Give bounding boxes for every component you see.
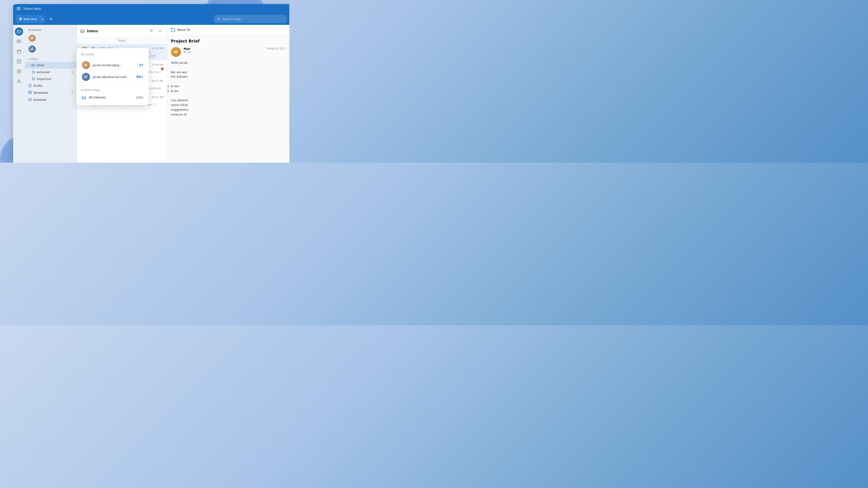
email-detail-header: M Mar To: M Today 01:25 P	[171, 47, 286, 57]
all-inboxes-label: All Inboxes	[89, 96, 106, 99]
folder-inbox[interactable]: ▾ Inbox	[25, 62, 76, 69]
calendar-icon	[17, 50, 21, 54]
folder-icon-2	[32, 77, 35, 80]
new-mail-button[interactable]: New Mail	[16, 15, 40, 23]
flash-button[interactable]	[47, 15, 55, 23]
snoozed-icon	[29, 98, 32, 102]
inbox-actions	[148, 28, 163, 34]
search-icon	[217, 18, 220, 21]
hamburger-menu[interactable]	[17, 7, 20, 10]
body-line2: the followin	[171, 74, 286, 79]
inbox-header: Inbox	[77, 25, 167, 37]
inbox-expand-icon: ▾	[29, 64, 30, 66]
email-time-2: 10:04 AM	[152, 63, 163, 66]
svg-rect-3	[17, 30, 21, 33]
body-suggestions: suggestions	[171, 107, 286, 112]
email-detail-body: Hello Jacob, We are wor the followin A s…	[171, 61, 286, 117]
dropdown-all-inboxes[interactable]: All Inboxes 1662	[81, 94, 144, 101]
dropdown-section-title: Accounts	[81, 53, 144, 56]
more-icon	[158, 29, 162, 33]
folder-templates[interactable]: Templates 2	[25, 89, 76, 96]
notes-icon	[17, 69, 21, 73]
inbox-header-icon	[81, 29, 85, 33]
account-avatar-row-2[interactable]: JS	[27, 44, 75, 54]
folder-drafts[interactable]: Drafts	[25, 82, 76, 89]
move-to-icon	[171, 28, 176, 32]
new-mail-group: New Mail ▾	[16, 15, 45, 23]
body-essence: essence of	[171, 112, 286, 117]
dropdown-account-2[interactable]: JS jacob.s@zohomail.com 99+	[81, 71, 144, 83]
accounts-title: Accounts	[25, 28, 76, 33]
app-window: Trident Beta New Mail ▾	[13, 4, 289, 163]
body-line1: We are wor	[171, 70, 286, 75]
svg-rect-17	[32, 64, 34, 66]
folder-actioned[interactable]: Actioned 6	[25, 69, 76, 75]
dropdown-account-1[interactable]: JS jacob.sanders@zy... 27	[81, 59, 144, 71]
sidebar-icon-chat[interactable]	[15, 37, 23, 46]
svg-line-2	[219, 20, 220, 20]
avatar-2: JS	[29, 45, 36, 53]
sidebar-icon-calendar[interactable]	[15, 47, 23, 56]
account-avatar-row-1[interactable]: JS	[27, 33, 75, 43]
app-title: Trident Beta	[23, 7, 41, 10]
reading-content: Project Brief M Mar To: M Today 01:25 P …	[167, 35, 289, 163]
title-bar: Trident Beta	[13, 4, 289, 13]
reading-header: Move To	[167, 25, 289, 35]
svg-rect-4	[17, 40, 21, 42]
sidebar-icon-mail[interactable]	[15, 28, 23, 36]
actioned-count: 6	[71, 71, 73, 74]
detail-meta: Mar To: M	[184, 47, 264, 57]
inbox-icon	[31, 63, 35, 66]
important-icon	[32, 77, 35, 80]
body-attached: I've attache	[171, 98, 286, 103]
email-time-4: 09:15 AM	[152, 96, 163, 99]
folder-important[interactable]: Important	[25, 75, 76, 82]
inbox-folder-icon	[31, 63, 35, 67]
svg-point-1	[218, 18, 219, 20]
folder-snoozed[interactable]: Snoozed	[25, 96, 76, 103]
snoozed-icon-svg	[29, 98, 32, 101]
more-button[interactable]	[157, 28, 163, 34]
filter-button[interactable]	[148, 28, 155, 34]
svg-rect-18	[29, 91, 31, 94]
actioned-label: Actioned	[37, 70, 50, 74]
folder-items: ▾ Inbox Ac	[25, 62, 76, 103]
detail-avatar: M	[171, 47, 181, 57]
color-tag-2	[161, 68, 163, 70]
date-separator: Today	[77, 37, 167, 44]
important-label: Important	[37, 77, 51, 80]
unified-title: Unified	[25, 56, 76, 62]
sidebar-icon-contacts[interactable]	[15, 77, 23, 86]
search-input[interactable]	[222, 18, 283, 21]
dropdown-avatar-1: JS	[82, 61, 90, 69]
body-initial: some initial	[171, 103, 286, 107]
snoozed-label: Snoozed	[33, 98, 46, 101]
sidebar-icon-tasks[interactable]	[15, 57, 23, 66]
email-time-1: 01:25 PM	[152, 47, 163, 50]
drafts-icon-svg	[29, 84, 32, 87]
accounts-dropdown: Accounts JS jacob.sanders@zy... 27 JS ja…	[76, 48, 149, 105]
search-box	[214, 15, 287, 23]
dropdown-count-1: 27	[139, 63, 143, 67]
tasks-icon	[17, 59, 21, 64]
avatar-1: JS	[29, 35, 36, 42]
new-mail-dropdown-button[interactable]: ▾	[40, 15, 45, 23]
move-to-label: Move To	[177, 28, 190, 32]
templates-icon	[29, 91, 32, 95]
dropdown-email-2: jacob.s@zohomail.com	[93, 75, 127, 78]
sidebar-icon-notes[interactable]	[15, 67, 23, 75]
inbox-title: Inbox	[87, 29, 98, 33]
body-greeting: Hello Jacob,	[171, 61, 286, 65]
detail-to: To: M	[184, 51, 264, 54]
mail-icon	[17, 30, 21, 34]
svg-point-28	[161, 31, 161, 31]
templates-label: Templates	[33, 91, 49, 94]
all-inboxes-count: 1662	[136, 96, 143, 99]
contacts-icon	[17, 79, 21, 84]
templates-icon-svg	[29, 91, 32, 94]
svg-point-26	[159, 31, 160, 31]
email-detail-title: Project Brief	[171, 39, 286, 43]
dropdown-email-1: jacob.sanders@zy...	[93, 64, 122, 67]
chat-icon	[17, 39, 21, 43]
drafts-icon	[29, 84, 32, 88]
